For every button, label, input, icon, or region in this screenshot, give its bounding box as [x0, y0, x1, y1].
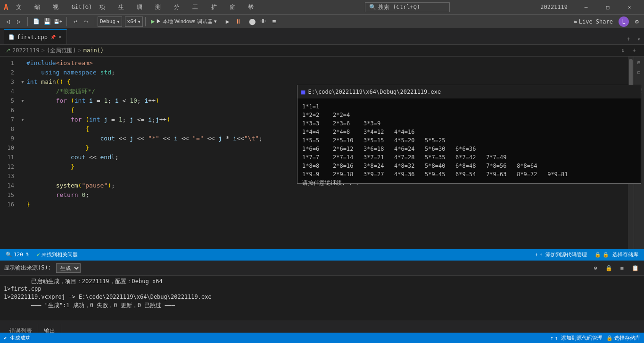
debug-pause-btn[interactable]: ⏸: [233, 16, 244, 27]
tab-close-button[interactable]: ✕: [58, 34, 62, 40]
toolbar-nav-group: ◁ ▷: [3, 16, 24, 27]
play-icon: ▶: [151, 18, 155, 24]
add-to-source-control[interactable]: ↑ ↑ 添加到源代码管理: [533, 251, 589, 258]
menu-item-n[interactable]: 分析(N): [170, 0, 189, 14]
lock-icon-bottom: 🔒: [606, 335, 613, 341]
user-avatar[interactable]: L: [619, 16, 629, 27]
upload-icon: ↑: [535, 252, 538, 258]
scrollbar-thumb[interactable]: [629, 59, 633, 87]
menu-item-gitg[interactable]: Git(G): [68, 0, 96, 14]
arch-dropdown[interactable]: x64 ▼: [125, 16, 143, 27]
menu-item-e[interactable]: 编辑(E): [31, 0, 49, 14]
status-bar: 🔍 120 % ✔ 未找到相关问题 ↑ ↑ 添加到源代码管理 🔒 🔒 选择存储库: [0, 249, 644, 260]
tab-overflow-button[interactable]: ▾: [634, 34, 644, 44]
add-to-source-control-bottom[interactable]: ↑ ↑ 添加到源代码管理: [550, 335, 603, 342]
tab-pin-icon: 📌: [50, 35, 56, 40]
line-gutter-7[interactable]: ▼: [19, 115, 26, 124]
redo-button[interactable]: ↪: [81, 16, 91, 27]
upload-icon-bottom: ↑: [550, 335, 553, 341]
line-content-16[interactable]: }: [26, 200, 628, 209]
close-button[interactable]: ✕: [619, 0, 640, 14]
toolbar: ◁ ▷ 📄 💾 💾+ ↩ ↪ Debug ▼ x64 ▼ ▶ ▶ 本地 Wind…: [0, 14, 644, 28]
breadcrumb-git-icon: ⎇: [5, 48, 10, 53]
toolbar-separator-1: [27, 17, 28, 26]
live-share-button[interactable]: ⇋ Live Share: [571, 17, 616, 26]
breadcrumb-toggle-btn[interactable]: ↕: [618, 45, 628, 56]
line-content-2[interactable]: using namespace std;: [26, 68, 628, 77]
breadcrumb-func[interactable]: main(): [83, 47, 104, 54]
line-number-2: 2: [0, 68, 19, 77]
menu-item-h[interactable]: 帮助(H): [244, 0, 263, 14]
menu-item-f[interactable]: 文件(F): [12, 0, 31, 14]
toolbar-settings-btn[interactable]: ⚙: [632, 16, 642, 27]
menu-item-x[interactable]: 扩展(X): [207, 0, 226, 14]
minimize-button[interactable]: ─: [575, 0, 597, 14]
console-titlebar[interactable]: ■ E:\code\20221119\x64\Debug\20221119.ex…: [297, 85, 641, 98]
line-content-1[interactable]: #include<iostream>: [26, 58, 628, 68]
debug-config-dropdown[interactable]: Debug ▼: [98, 16, 122, 27]
collapse-icon[interactable]: ⊟: [635, 68, 644, 77]
output-scroll-lock-btn[interactable]: 🔒: [603, 263, 614, 273]
line-number-13: 13: [0, 172, 19, 181]
menu-item-p[interactable]: 项目(P): [96, 0, 114, 14]
menu-item-v[interactable]: 视图(V): [49, 0, 67, 14]
select-repo-bottom[interactable]: 🔒 选择存储库: [606, 335, 640, 342]
select-repository[interactable]: 🔒 🔒 选择存储库: [593, 251, 640, 258]
search-box[interactable]: 🔍 搜索 (Ctrl+Q): [365, 2, 450, 12]
output-clear-btn[interactable]: ⊗: [590, 263, 601, 273]
debug-step-btn[interactable]: ▶: [223, 16, 233, 27]
tab-bar: 📄 first.cpp 📌 ✕ + ▾: [0, 28, 644, 45]
breadcrumb-sep2: >: [78, 47, 81, 54]
menu-bar: 文件(F)编辑(E)视图(V)Git(G)项目(P)生成(B)调试(D)测试(S…: [12, 0, 263, 14]
output-copy-btn[interactable]: 📋: [630, 263, 640, 273]
callstack-btn[interactable]: ≡: [269, 16, 280, 27]
zoom-control[interactable]: 🔍 120 %: [4, 252, 31, 258]
tab-new-button[interactable]: +: [623, 34, 634, 44]
line-number-8: 8: [0, 124, 19, 134]
problems-indicator[interactable]: ✔ 未找到相关问题: [35, 251, 80, 258]
toolbar-undo-group: ↩ ↪: [70, 16, 91, 27]
check-icon: ✔: [37, 252, 40, 258]
console-row: 1*1=1: [302, 102, 636, 111]
console-title-text: E:\code\20221119\x64\Debug\20221119.exe: [308, 89, 441, 95]
menu-item-w[interactable]: 窗口(W): [226, 0, 244, 14]
maximize-button[interactable]: □: [597, 0, 619, 14]
toolbar-right-group: ⬤ 👁 ≡: [248, 16, 280, 27]
line-content-15[interactable]: return 0;: [26, 190, 628, 200]
save-all-button[interactable]: 💾+: [53, 16, 63, 27]
menu-item-b[interactable]: 生成(B): [115, 0, 133, 14]
toolbar-separator-3: [95, 17, 95, 26]
line-gutter-5[interactable]: ▼: [19, 96, 26, 106]
console-window-icon: ■: [301, 88, 305, 96]
watch-btn[interactable]: 👁: [258, 16, 269, 27]
zoom-level: 120 %: [14, 252, 29, 258]
console-row: 请按任意键继续. . .: [302, 179, 636, 187]
output-panel: 显示输出来源(S): 生成调试错误 ⊗ 🔒 ≡ 📋 已启动生成，项目：20221…: [0, 260, 644, 333]
save-button[interactable]: 💾: [42, 16, 52, 27]
line-number-9: 9: [0, 134, 19, 143]
output-source-select[interactable]: 生成调试错误: [56, 263, 81, 273]
line-gutter-3[interactable]: ▼: [19, 77, 26, 87]
output-hscrollbar[interactable]: [0, 320, 644, 324]
run-debugger-button[interactable]: ▶ ▶ 本地 Windows 调试器 ▾: [148, 16, 220, 27]
nav-fwd-button[interactable]: ▷: [14, 16, 24, 27]
output-wrap-btn[interactable]: ≡: [617, 263, 627, 273]
breadcrumb-more-btn[interactable]: +: [629, 45, 639, 56]
line-number-5: 5: [0, 96, 19, 106]
zoom-icon: 🔍: [6, 252, 12, 258]
lock-icon: 🔒: [594, 252, 601, 258]
nav-back-button[interactable]: ◁: [3, 16, 13, 27]
menu-item-d[interactable]: 调试(D): [133, 0, 151, 14]
new-file-button[interactable]: 📄: [31, 16, 41, 27]
breakpoints-btn[interactable]: ⬤: [248, 16, 258, 27]
tab-file-icon: 📄: [8, 34, 14, 40]
chevron-down-icon-2: ▼: [138, 19, 140, 24]
breadcrumb-scope[interactable]: (全局范围): [47, 47, 76, 55]
bottom-status-bar: ✔ 生成成功 ↑ ↑ 添加到源代码管理 🔒 选择存储库: [0, 333, 644, 343]
menu-item-s[interactable]: 测试(S): [151, 0, 170, 14]
expand-icon[interactable]: ⊞: [635, 58, 644, 67]
tab-first-cpp[interactable]: 📄 first.cpp 📌 ✕: [4, 29, 67, 44]
undo-button[interactable]: ↩: [70, 16, 81, 27]
menu-item-t[interactable]: 工具(T): [189, 0, 207, 14]
breadcrumb-project[interactable]: 20221119: [12, 47, 40, 54]
